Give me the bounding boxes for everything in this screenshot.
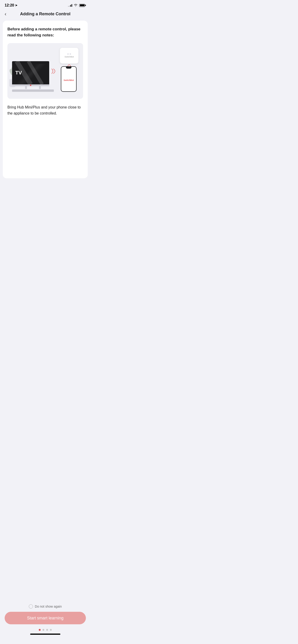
phone-app-label: SwitchBot <box>64 79 74 81</box>
page-title: Adding a Remote Control <box>20 12 71 16</box>
card-heading: Before adding a remote control, please r… <box>8 26 83 38</box>
tv-label: TV <box>15 70 22 76</box>
phone-notch <box>66 67 72 68</box>
status-bar: 12:20 ➤ <box>0 0 91 9</box>
main-card: Before adding a remote control, please r… <box>3 21 88 178</box>
tv-illustration: TV <box>12 61 54 92</box>
tv-signal-waves-icon <box>51 66 59 81</box>
hub-label: SwitchBot <box>65 56 74 58</box>
back-button[interactable]: ‹ <box>5 11 6 17</box>
status-time: 12:20 ➤ <box>5 3 18 8</box>
nav-header: ‹ Adding a Remote Control <box>0 9 91 20</box>
time-display: 12:20 <box>5 3 14 8</box>
location-arrow-icon: ➤ <box>15 4 18 7</box>
wifi-icon <box>74 4 78 8</box>
signal-strength-icon <box>68 4 72 7</box>
status-icons <box>68 4 86 8</box>
illustration-area: TV <box>8 43 83 99</box>
svg-line-1 <box>28 61 42 84</box>
description-text: Bring Hub Mini/Plus and your phone close… <box>8 104 83 116</box>
battery-icon <box>79 4 86 7</box>
switchbot-phone-illustration: SwitchBot <box>61 66 77 92</box>
